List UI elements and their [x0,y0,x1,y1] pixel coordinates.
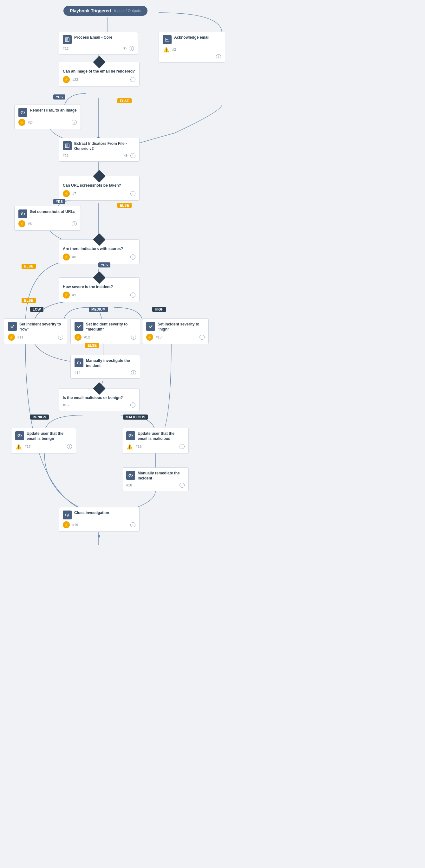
investigate-icon [75,359,83,367]
severe-badge: ⚡ [63,291,70,299]
close-badge: ⚡ [63,521,70,528]
screenshots-title: Get screenshots of URLs [30,210,75,215]
extract-title: Extract Indicators From File - Generic v… [74,141,136,151]
sev-med-icon [75,322,83,331]
can-render-id: #23 [72,78,78,82]
is-malicious-id: #15 [63,403,68,407]
else-label-5: ELSE [85,343,99,348]
update-benign-id: #17 [25,445,30,448]
sev-med-badge: ⚡ [75,334,82,341]
manually-invest-title: Manually investigate the incident [86,359,136,368]
info-icon-4[interactable]: i [72,120,77,125]
sev-low-badge: ⚡ [8,334,15,341]
update-malicious-card: Update user that the email is malicious … [122,428,189,454]
url-badge: ⚡ [63,190,70,197]
info-icon-6[interactable]: i [130,191,136,196]
info-icon-14[interactable]: i [130,402,136,407]
remediate-icon [126,471,135,480]
severity-medium-card: Set incident severity to "medium" ⚡ #12 … [70,318,140,344]
svg-line-35 [67,514,67,517]
process-email-id: #22 [63,46,68,51]
info-icon-8[interactable]: i [130,254,136,259]
low-label: LOW [30,307,44,312]
info-icon-2[interactable]: i [216,54,221,59]
extract-id: #21 [63,154,68,157]
update-benign-title: Update user that the email is benign [27,431,72,441]
svg-line-25 [23,111,23,114]
is-malicious-node: Is the email malicious or benign? #15 i [59,388,140,411]
how-severe-title: How severe is the incident? [63,285,113,290]
can-render-node: Can an image of the email be rendered? ⚡… [59,62,140,87]
eye-icon[interactable]: 👁 [123,46,127,51]
can-url-node: Can URL screenshots be taken? ⚡ #7 i [59,176,140,200]
info-icon-15[interactable]: i [67,444,72,449]
process-email-card: Process Email - Core #22 👁 i [59,32,138,55]
process-email-icon [63,35,72,44]
render-badge: ⚡ [19,119,25,126]
render-html-icon [19,108,27,117]
can-url-id: #7 [72,192,76,195]
render-html-id: #24 [28,120,34,124]
manually-remediate-card: Manually remediate the incident #18 i [122,467,189,491]
svg-line-30 [23,212,23,216]
info-icon-10[interactable]: i [58,335,63,340]
alert-icon-3: ⚠️ [126,443,133,450]
benign-label: BENIGN [30,414,49,420]
eye-icon-2[interactable]: 👁 [124,153,129,158]
yes-label-3: YES [98,262,110,268]
manually-investigate-card: Manually investigate the incident #14 i [70,355,140,379]
info-icon-18[interactable]: i [130,522,136,527]
screenshots-icon [19,210,27,218]
update-benign-icon [15,431,24,440]
high-label: HIGH [152,307,166,312]
info-icon-17[interactable]: i [179,483,185,488]
alert-icon-2: ⚠️ [15,443,22,450]
info-icon[interactable]: i [129,46,134,51]
svg-rect-24 [165,38,169,41]
sev-low-title: Set incident severity to "low" [19,322,63,332]
else-label-3: ELSE [22,264,36,269]
malicious-label: MALICIOUS [123,414,148,420]
close-title: Close investigation [74,510,109,516]
acknowledge-title: Acknowledge email [174,35,209,40]
ind-badge: ⚡ [63,253,70,260]
info-icon-5[interactable]: i [130,153,136,158]
trigger-label: Playbook Triggered [70,8,111,13]
else-label-2: ELSE [117,203,132,208]
info-icon-7[interactable]: i [72,221,77,226]
info-icon-16[interactable]: i [179,444,185,449]
svg-line-33 [130,434,131,437]
alert-icon: ⚠️ [163,46,170,53]
sev-high-badge: ⚡ [146,334,153,341]
info-icon-9[interactable]: i [130,292,136,298]
get-screenshots-card: Get screenshots of URLs ⚡ #6 i [14,206,81,231]
trigger-node[interactable]: Playbook Triggered Inputs / Outputs [63,6,147,16]
yes-label-1: YES [53,94,65,99]
render-html-card: Render HTML to an image ⚡ #24 i [14,104,81,129]
can-render-title: Can an image of the email be rendered? [63,69,135,74]
indicators-title: Are there indicators with scores? [63,247,123,252]
screenshots-badge: ⚡ [19,220,25,227]
can-url-title: Can URL screenshots be taken? [63,183,121,188]
trigger-sub-label[interactable]: Inputs / Outputs [114,8,141,13]
sev-high-title: Set incident severity to "high" [158,322,204,332]
info-icon-3[interactable]: i [130,77,136,82]
is-malicious-title: Is the email malicious or benign? [63,396,123,401]
info-icon-11[interactable]: i [131,335,136,340]
condition-badge-orange: ⚡ [63,76,70,83]
end-dot [98,535,100,537]
info-icon-13[interactable]: i [131,370,136,375]
sev-low-icon [8,322,17,331]
close-investigation-card: Close investigation ⚡ #19 i [59,507,140,532]
sev-med-id: #12 [84,335,90,339]
acknowledge-icon [163,35,172,44]
else-label-1: ELSE [117,98,132,103]
update-mal-id: #16 [136,445,141,448]
manually-invest-id: #14 [75,371,80,375]
severity-low-card: Set incident severity to "low" ⚡ #11 i [4,318,67,344]
else-label-4: ELSE [22,298,36,303]
extract-indicators-card: Extract Indicators From File - Generic v… [59,138,140,162]
info-icon-12[interactable]: i [199,335,204,340]
how-severe-id: #9 [72,293,76,297]
yes-label-2: YES [53,199,65,204]
